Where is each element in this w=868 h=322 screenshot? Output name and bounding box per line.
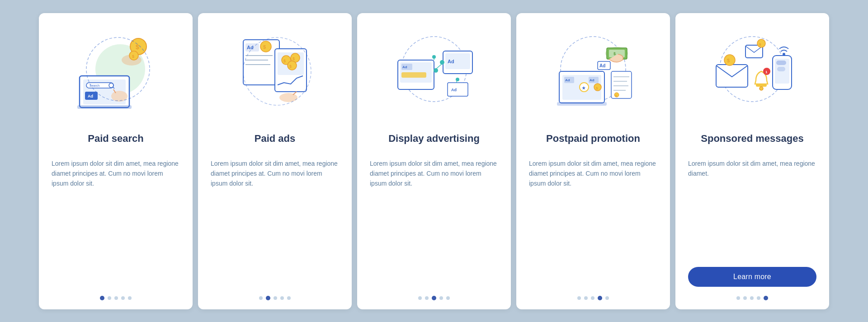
- postpaid-promotion-dots: [577, 296, 609, 300]
- svg-point-34: [279, 93, 297, 102]
- dot-5[interactable]: [128, 296, 132, 300]
- svg-text:★: ★: [582, 86, 586, 90]
- sponsored-messages-dots: [736, 296, 768, 300]
- svg-text:$: $: [132, 54, 134, 59]
- dot-2[interactable]: [584, 296, 588, 300]
- dot-3[interactable]: [114, 296, 118, 300]
- svg-point-94: [757, 39, 765, 47]
- dot-1[interactable]: [418, 296, 422, 300]
- paid-search-title: Paid search: [88, 126, 144, 152]
- paid-search-illustration: Ad Search $ $: [66, 24, 165, 119]
- dot-2[interactable]: [425, 296, 429, 300]
- dot-4[interactable]: [121, 296, 125, 300]
- svg-rect-81: [716, 65, 748, 87]
- dot-3[interactable]: [274, 296, 277, 300]
- dot-1[interactable]: [259, 296, 263, 300]
- svg-rect-90: [776, 61, 786, 65]
- svg-text:Ad: Ad: [448, 59, 454, 64]
- svg-rect-42: [401, 72, 426, 78]
- paid-ads-body: Lorem ipsum dolor sit dim amet, mea regi…: [211, 159, 339, 287]
- svg-text:$: $: [283, 59, 286, 63]
- dot-4[interactable]: [280, 296, 284, 300]
- svg-text:Ad: Ad: [402, 65, 407, 69]
- paid-search-body: Lorem ipsum dolor sit dim amet, mea regi…: [52, 159, 180, 287]
- display-advertising-body: Lorem ipsum dolor sit dim amet, mea regi…: [370, 159, 498, 287]
- svg-text:$: $: [289, 64, 292, 69]
- svg-rect-84: [756, 84, 767, 87]
- postpaid-promotion-illustration: Ad ★ Ad $ $ Ad: [543, 24, 643, 119]
- display-advertising-illustration: Ad Ad Ad: [384, 24, 484, 119]
- dot-4[interactable]: [757, 296, 760, 300]
- svg-text:$: $: [613, 51, 616, 56]
- paid-ads-dots: [259, 296, 291, 300]
- dot-3[interactable]: [591, 296, 594, 300]
- svg-point-32: [288, 61, 297, 70]
- svg-line-48: [436, 64, 442, 69]
- dot-2[interactable]: [743, 296, 747, 300]
- cards-container: Ad Search $ $ Paid search Lore: [25, 0, 843, 322]
- dot-1[interactable]: [736, 296, 740, 300]
- dot-2[interactable]: [108, 296, 111, 300]
- svg-point-92: [783, 53, 785, 56]
- sponsored-messages-illustration: $ 1: [703, 24, 802, 119]
- svg-text:Ad: Ad: [565, 78, 570, 82]
- svg-text:$: $: [596, 86, 598, 90]
- postpaid-promotion-body: Lorem ipsum dolor sit dim amet, mea regi…: [529, 159, 657, 287]
- dot-5[interactable]: [446, 296, 450, 300]
- paid-search-dots: [100, 296, 132, 300]
- svg-text:$: $: [263, 44, 266, 50]
- svg-rect-2: [77, 105, 132, 109]
- paid-ads-title: Paid ads: [255, 126, 295, 152]
- dot-3[interactable]: [432, 296, 436, 300]
- dot-2[interactable]: [266, 296, 270, 300]
- postpaid-promotion-title: Postpaid promotion: [546, 126, 640, 152]
- dot-5[interactable]: [287, 296, 291, 300]
- dot-4[interactable]: [598, 296, 602, 300]
- svg-text:Ad: Ad: [599, 63, 605, 68]
- dot-5[interactable]: [764, 296, 768, 300]
- dot-5[interactable]: [605, 296, 609, 300]
- paid-ads-illustration: Ad $ $ $ $: [225, 24, 325, 119]
- svg-text:1: 1: [765, 70, 768, 74]
- card-paid-search: Ad Search $ $ Paid search Lore: [39, 13, 193, 309]
- svg-point-85: [760, 87, 763, 90]
- card-display-advertising: Ad Ad Ad Display adverti: [357, 13, 511, 309]
- svg-text:$: $: [759, 42, 761, 47]
- dot-1[interactable]: [100, 296, 104, 300]
- dot-3[interactable]: [750, 296, 754, 300]
- svg-point-53: [432, 55, 436, 59]
- svg-rect-49: [448, 83, 468, 96]
- svg-text:Ad: Ad: [88, 94, 93, 98]
- svg-rect-91: [777, 67, 785, 71]
- card-postpaid-promotion: Ad ★ Ad $ $ Ad: [516, 13, 670, 309]
- svg-text:Ad: Ad: [247, 45, 254, 50]
- svg-point-51: [456, 78, 459, 81]
- sponsored-messages-title: Sponsored messages: [701, 126, 803, 152]
- svg-rect-57: [557, 102, 607, 106]
- card-paid-ads: Ad $ $ $ $: [198, 13, 352, 309]
- display-advertising-title: Display advertising: [388, 126, 480, 152]
- dot-1[interactable]: [577, 296, 581, 300]
- learn-more-button[interactable]: Learn more: [688, 267, 816, 287]
- dot-4[interactable]: [439, 296, 443, 300]
- svg-text:$: $: [727, 58, 730, 63]
- svg-text:Ad: Ad: [590, 78, 594, 82]
- card-sponsored-messages: $ 1: [675, 13, 829, 309]
- sponsored-messages-body: Lorem ipsum dolor sit dim amet, mea regi…: [688, 159, 816, 260]
- display-advertising-dots: [418, 296, 450, 300]
- svg-text:$: $: [292, 56, 295, 61]
- svg-text:Ad: Ad: [451, 88, 457, 92]
